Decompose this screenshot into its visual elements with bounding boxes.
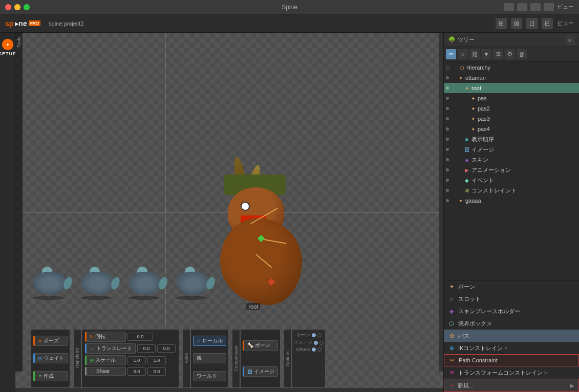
tree-item-constraints[interactable]: ⚙ コンストレイント bbox=[444, 185, 579, 195]
header-icon-3[interactable]: ⊡ bbox=[526, 18, 538, 29]
tree-link-btn[interactable]: ⛓ bbox=[469, 49, 480, 59]
tree-dot-root bbox=[446, 86, 449, 90]
titlebar-icon-4[interactable] bbox=[544, 3, 554, 11]
rotate-value[interactable] bbox=[127, 333, 153, 341]
tree-expand-btn[interactable]: ⊞ bbox=[493, 49, 503, 59]
viewport-scrollbar-vertical[interactable] bbox=[439, 33, 443, 372]
weight-button[interactable]: ⊞ ウェイト bbox=[33, 353, 68, 363]
translate-btn[interactable]: ↔ トランスレート bbox=[85, 343, 136, 354]
tree-circle-btn[interactable]: ○ bbox=[458, 49, 468, 59]
viewport-scrollbar-horizontal[interactable] bbox=[15, 388, 439, 392]
bone-dot-1[interactable] bbox=[312, 333, 316, 337]
world-btn[interactable]: ワールド bbox=[193, 371, 226, 381]
ctx-transform[interactable]: ⟲ トランスフォームコンストレイント bbox=[444, 366, 579, 379]
ctx-bone[interactable]: ✦ ボーン bbox=[444, 280, 579, 293]
bone-btn[interactable]: 🦴 ボーン bbox=[243, 340, 278, 351]
ctx-ik-label: IKコンストレイント bbox=[458, 344, 508, 352]
close-button[interactable] bbox=[5, 4, 11, 10]
viewport[interactable]: root Tools ✦ ポーズ ⊞ ウェイト ✦ bbox=[15, 33, 443, 392]
tree-item-root[interactable]: ✦ root bbox=[444, 83, 579, 93]
create-button[interactable]: ✦ 作成 bbox=[33, 371, 68, 381]
tree-hamburger-btn[interactable]: ≡ bbox=[565, 35, 575, 45]
ctx-skin-placeholder[interactable]: ◈ スキンプレースホルダー bbox=[444, 305, 579, 317]
image-dot-2[interactable] bbox=[319, 341, 324, 345]
viewport-scroll-corner bbox=[439, 388, 443, 392]
axes-buttons: ✓ ローカル 親 ワールド bbox=[190, 329, 229, 388]
tree-item-skins[interactable]: ◈ スキン bbox=[444, 155, 579, 165]
tree-item-pas[interactable]: ✦ pas bbox=[444, 93, 579, 103]
rotate-btn[interactable]: ↻ 回転 bbox=[85, 332, 126, 342]
tree-item-gaaaa[interactable]: ✦ gaaaa bbox=[444, 195, 579, 206]
header-icon-4[interactable]: ⊟ bbox=[542, 18, 553, 29]
tree-item-images[interactable]: 🖼 イメージ bbox=[444, 144, 579, 155]
shear-btn[interactable]: ⋱ Shear bbox=[85, 367, 126, 376]
options-dots: ボーン イメージ Others bbox=[292, 329, 326, 388]
titlebar-icon-3[interactable] bbox=[530, 3, 541, 11]
fish-1 bbox=[31, 267, 69, 300]
bone-icon-ottaman: ✦ bbox=[457, 74, 464, 81]
titlebar-controls: ビュー bbox=[504, 3, 574, 11]
tree-body[interactable]: ⬡ Hierarchy ✦ ottaman ✦ root bbox=[444, 61, 579, 207]
tree-delete-btn[interactable]: 🗑 bbox=[517, 49, 527, 59]
tree-item-ottaman[interactable]: ✦ ottaman bbox=[444, 73, 579, 83]
ctx-ik[interactable]: ⊕ IKコンストレイント bbox=[444, 342, 579, 354]
tree-item-hierarchy[interactable]: ⬡ Hierarchy bbox=[444, 62, 579, 73]
titlebar-icon-2[interactable] bbox=[517, 3, 527, 11]
tree-settings-btn[interactable]: ⚙ bbox=[505, 49, 515, 59]
others-dot-2[interactable] bbox=[317, 347, 321, 352]
fish-body bbox=[176, 272, 209, 295]
compensate-section: Compensate 🦴 ボーン 🖼 イメージ bbox=[232, 329, 281, 388]
tree-dot-constraints bbox=[446, 189, 449, 192]
tree-edit-btn[interactable]: ✏ bbox=[446, 49, 456, 59]
tree-dot-ottaman bbox=[446, 76, 449, 79]
new-arrow-icon: ▶ bbox=[570, 383, 574, 388]
tree-item-pas4[interactable]: ✦ pas4 bbox=[444, 124, 579, 134]
scale-y[interactable] bbox=[147, 356, 166, 364]
scale-x[interactable] bbox=[127, 356, 146, 364]
axes-section: Axes ✓ ローカル 親 ワールド bbox=[182, 329, 229, 388]
tree-item-pas3[interactable]: ✦ pas3 bbox=[444, 114, 579, 124]
shear-row: ⋱ Shear bbox=[85, 367, 176, 376]
titlebar-icon-1[interactable] bbox=[504, 3, 514, 11]
transform-inputs: ↻ 回転 ↔ トランスレート bbox=[81, 329, 179, 388]
tree-label-ottaman: ottaman bbox=[465, 75, 486, 81]
spine-logo: sp▸ne PRO bbox=[5, 19, 40, 28]
others-dot-1[interactable] bbox=[312, 347, 316, 352]
tree-item-events[interactable]: ◆ イベント bbox=[444, 175, 579, 185]
minimize-button[interactable] bbox=[14, 4, 20, 10]
translate-x[interactable] bbox=[137, 344, 156, 353]
header-icon-1[interactable]: ⊞ bbox=[496, 18, 507, 29]
scale-btn[interactable]: ⊞ スケール bbox=[85, 355, 126, 365]
translate-y[interactable] bbox=[157, 344, 176, 353]
ctx-path[interactable]: ✿ パス bbox=[444, 330, 579, 342]
ctx-bounds[interactable]: ⬡ 境界ボックス bbox=[444, 317, 579, 330]
pro-badge: PRO bbox=[29, 20, 40, 26]
tree-item-animations[interactable]: ▶ アニメーション bbox=[444, 165, 579, 175]
tree-header: 🌳 ツリー ≡ bbox=[444, 33, 579, 47]
parent-btn[interactable]: 親 bbox=[193, 353, 226, 363]
bone-dot-2[interactable] bbox=[317, 333, 321, 337]
ctx-path-constraint[interactable]: ✂ Path Constraint bbox=[444, 354, 579, 366]
tree-label-animations: アニメーション bbox=[471, 166, 511, 174]
image-dot-1[interactable] bbox=[314, 341, 318, 345]
tree-dot-pas2 bbox=[446, 107, 449, 110]
view-label-header: ビュー bbox=[557, 19, 574, 27]
scale-row: ⊞ スケール bbox=[85, 355, 176, 365]
shear-y[interactable] bbox=[147, 367, 166, 376]
tree-label-root: root bbox=[471, 85, 481, 91]
shear-x[interactable] bbox=[127, 367, 146, 376]
fish-body bbox=[81, 272, 114, 295]
others-opt-label: Others bbox=[296, 347, 310, 352]
traffic-lights bbox=[5, 4, 30, 10]
maximize-button[interactable] bbox=[24, 4, 30, 10]
pose-button[interactable]: ✦ ポーズ bbox=[33, 336, 68, 346]
tree-filter-btn[interactable]: ▼ bbox=[481, 49, 491, 59]
image-btn[interactable]: 🖼 イメージ bbox=[243, 366, 278, 377]
tree-item-draworder[interactable]: ≡ 表示順序 bbox=[444, 134, 579, 144]
local-btn[interactable]: ✓ ローカル bbox=[193, 336, 226, 346]
ctx-slot[interactable]: ○ スロット bbox=[444, 293, 579, 305]
ctx-path-icon: ✿ bbox=[448, 332, 455, 339]
tree-item-pas2[interactable]: ✦ pas2 bbox=[444, 103, 579, 114]
ctx-new-button[interactable]: + 新規... ▶ bbox=[444, 379, 579, 392]
header-icon-2[interactable]: ⊠ bbox=[511, 18, 522, 29]
